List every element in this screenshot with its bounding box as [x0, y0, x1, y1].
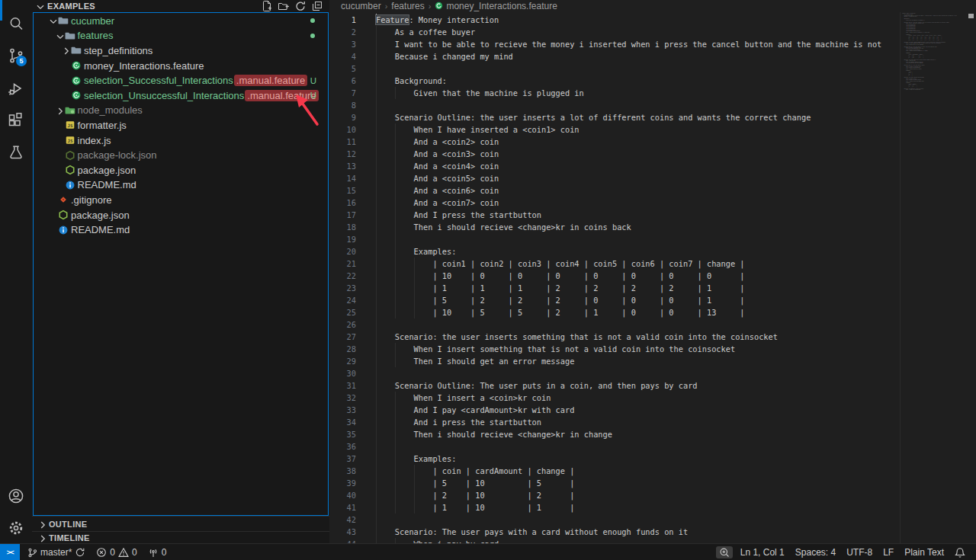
tree-item-readme-md[interactable]: README.md: [34, 178, 328, 193]
refresh-icon[interactable]: [294, 0, 307, 12]
line-number[interactable]: 31: [329, 379, 356, 392]
chevron-down-icon[interactable]: [54, 30, 65, 41]
tree-item-cucumber[interactable]: cucumber: [34, 14, 328, 29]
tree-item--gitignore[interactable]: .gitignore: [34, 193, 328, 208]
chevron-down-icon[interactable]: [47, 15, 58, 26]
line-number[interactable]: 13: [329, 160, 356, 172]
collapse-all-icon[interactable]: [311, 0, 323, 12]
line-number[interactable]: 11: [329, 136, 356, 148]
breadcrumb-item[interactable]: cucumber: [341, 1, 381, 11]
bell-icon: [955, 547, 965, 558]
search-icon[interactable]: [7, 14, 25, 33]
line-number[interactable]: 42: [329, 514, 356, 526]
branch-icon: [27, 547, 37, 558]
line-number[interactable]: 9: [329, 111, 356, 123]
tree-item-features[interactable]: features: [34, 28, 328, 43]
cursor-position[interactable]: Ln 1, Col 1: [737, 547, 788, 558]
line-number[interactable]: 18: [329, 221, 356, 233]
ports-status[interactable]: 0: [145, 547, 170, 558]
tree-item-formatter-js[interactable]: JSformatter.js: [34, 118, 328, 133]
notifications-bell[interactable]: [952, 547, 968, 558]
line-number[interactable]: 44: [329, 538, 356, 543]
line-number[interactable]: 8: [329, 99, 356, 111]
account-icon[interactable]: [7, 487, 25, 505]
line-number[interactable]: 5: [329, 62, 356, 75]
timeline-panel-header[interactable]: TIMELINE: [32, 531, 329, 543]
line-number[interactable]: 33: [329, 404, 356, 416]
line-number[interactable]: 12: [329, 148, 356, 160]
line-number[interactable]: 24: [329, 294, 356, 306]
outline-panel-header[interactable]: OUTLINE: [32, 516, 329, 531]
git-branch-status[interactable]: master*: [24, 547, 88, 558]
line-number[interactable]: 22: [329, 270, 356, 282]
line-number[interactable]: 3: [329, 38, 356, 50]
indentation[interactable]: Spaces: 4: [792, 547, 839, 558]
tree-item-package-json[interactable]: package.json: [34, 163, 328, 178]
line-number[interactable]: 30: [329, 367, 356, 379]
line-number[interactable]: 16: [329, 197, 356, 209]
line-number[interactable]: 35: [329, 428, 356, 440]
zoom-indicator[interactable]: [716, 546, 733, 558]
code-line: Then i should recieve <change>kr in coin…: [376, 221, 631, 233]
chevron-down-icon[interactable]: [34, 1, 45, 11]
tree-item-node-modules[interactable]: node_modules: [34, 103, 328, 118]
line-number[interactable]: 36: [329, 440, 356, 453]
editor-group: cucumber›features›money_Interactions.fea…: [329, 0, 976, 543]
line-number[interactable]: 32: [329, 392, 356, 404]
line-number[interactable]: 20: [329, 245, 356, 258]
chevron-right-icon[interactable]: [54, 105, 65, 116]
chevron-right-icon[interactable]: [60, 45, 71, 56]
line-number[interactable]: 40: [329, 489, 356, 501]
line-number[interactable]: 6: [329, 75, 356, 87]
breadcrumb-item[interactable]: money_Interactions.feature: [435, 1, 557, 11]
line-number[interactable]: 28: [329, 343, 356, 355]
tree-item-index-js[interactable]: JSindex.js: [34, 133, 328, 148]
line-number[interactable]: 25: [329, 306, 356, 318]
tree-item-step-definitions[interactable]: step_definitions: [34, 43, 328, 59]
line-number[interactable]: 23: [329, 282, 356, 294]
problems-status[interactable]: 00: [93, 547, 140, 558]
testing-icon[interactable]: [7, 144, 25, 162]
line-number[interactable]: 37: [329, 453, 356, 465]
line-number[interactable]: 2: [329, 26, 356, 38]
line-number[interactable]: 27: [329, 331, 356, 343]
encoding[interactable]: UTF-8: [843, 547, 875, 558]
line-number[interactable]: 19: [329, 233, 356, 245]
run-debug-icon[interactable]: [7, 79, 25, 98]
minimap[interactable]: Feature: Money interaction As a coffee b…: [900, 12, 967, 543]
breadcrumb-item[interactable]: features: [391, 1, 424, 11]
port-count: 0: [162, 547, 167, 558]
line-number[interactable]: 14: [329, 172, 356, 184]
line-number[interactable]: 26: [329, 318, 356, 331]
line-number[interactable]: 7: [329, 87, 356, 99]
line-number[interactable]: 10: [329, 123, 356, 136]
tree-item-selection-successful-interactions[interactable]: selection_Successful_Interactions.manual…: [34, 73, 328, 88]
tree-item-money-interactions-feature[interactable]: money_Interactions.feature: [34, 58, 328, 73]
new-file-icon[interactable]: [261, 0, 273, 12]
line-number[interactable]: 17: [329, 209, 356, 221]
tree-item-selection-unsuccessful-interactions[interactable]: selection_Unsuccessful_Interactions.manu…: [34, 88, 328, 104]
extensions-icon[interactable]: [7, 111, 25, 130]
code-editor[interactable]: 1Feature: Money interaction2 As a coffee…: [329, 12, 900, 543]
tree-item-package-json[interactable]: package.json: [34, 207, 328, 222]
line-number[interactable]: 29: [329, 355, 356, 367]
tree-item-package-lock-json[interactable]: package-lock.json: [34, 148, 328, 163]
eol-sequence[interactable]: LF: [880, 547, 897, 558]
tree-item-label: README.md: [71, 224, 130, 235]
line-number[interactable]: 38: [329, 465, 356, 477]
new-folder-icon[interactable]: [278, 0, 290, 12]
line-number[interactable]: 4: [329, 50, 356, 62]
tree-item-readme-md[interactable]: README.md: [34, 222, 328, 238]
line-number[interactable]: 34: [329, 416, 356, 428]
line-number[interactable]: 15: [329, 184, 356, 197]
overview-ruler-scrollbar[interactable]: [967, 12, 976, 543]
npm-file-icon: [58, 209, 70, 221]
line-number[interactable]: 41: [329, 501, 356, 514]
language-mode[interactable]: Plain Text: [901, 547, 947, 558]
line-number[interactable]: 43: [329, 526, 356, 538]
remote-indicator-button[interactable]: ><: [0, 544, 20, 560]
line-number[interactable]: 39: [329, 477, 356, 489]
gear-icon[interactable]: [7, 519, 25, 537]
line-number[interactable]: 1: [329, 14, 356, 26]
line-number[interactable]: 21: [329, 258, 356, 270]
